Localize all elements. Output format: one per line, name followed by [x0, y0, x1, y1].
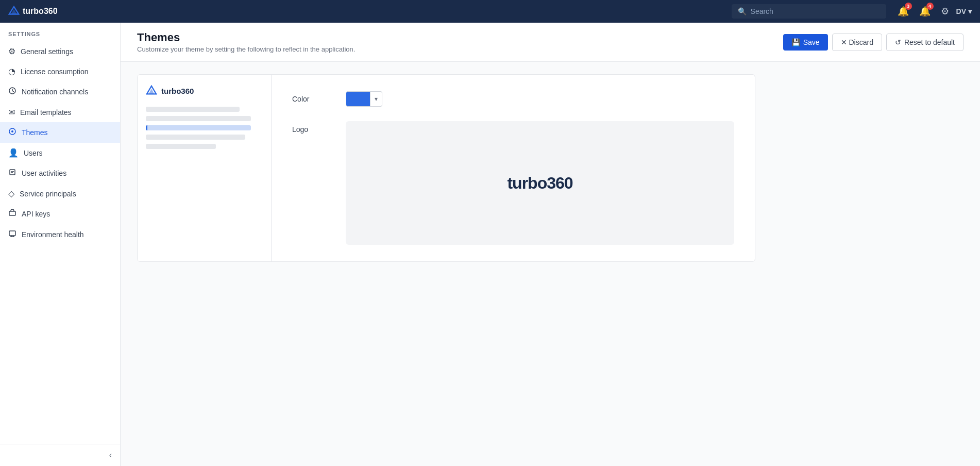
- discard-button[interactable]: ✕ Discard: [832, 34, 882, 51]
- svg-rect-7: [9, 231, 15, 236]
- reset-button[interactable]: ↺ Reset to default: [886, 34, 964, 51]
- sidebar-item-service-principals[interactable]: ◇ Service principals: [0, 184, 120, 204]
- sidebar-item-label: Email templates: [20, 108, 72, 116]
- preview-bar-1: [146, 107, 240, 112]
- themes-icon: [8, 127, 16, 138]
- header-actions: 💾 Save ✕ Discard ↺ Reset to default: [783, 34, 964, 51]
- collapse-icon: ‹: [109, 451, 112, 460]
- svg-point-4: [11, 130, 13, 132]
- sidebar-item-label: General settings: [21, 47, 73, 56]
- general-settings-icon: ⚙: [8, 46, 15, 56]
- settings-button[interactable]: ⚙: [938, 3, 952, 20]
- reset-label: Reset to default: [904, 38, 955, 46]
- sidebar-item-environment-health[interactable]: Environment health: [0, 224, 120, 245]
- themes-content: turbo360 Color: [121, 62, 980, 274]
- notifications-badge: 3: [905, 3, 912, 10]
- sidebar-item-label: Themes: [22, 128, 48, 137]
- color-field-row: Color ▾: [292, 91, 734, 107]
- color-swatch[interactable]: [346, 91, 370, 107]
- notification-channels-icon: [8, 87, 16, 97]
- brand-name: turbo360: [23, 7, 58, 16]
- sidebar-item-label: User activities: [22, 169, 66, 177]
- preview-logo-row: turbo360: [146, 85, 263, 96]
- sidebar-item-user-activities[interactable]: User activities: [0, 163, 120, 184]
- user-activities-icon: [8, 168, 16, 178]
- page-subtitle: Customize your theme by setting the foll…: [137, 45, 355, 53]
- svg-rect-6: [9, 211, 15, 215]
- brand-icon: [8, 6, 20, 17]
- license-icon: ◔: [8, 66, 15, 76]
- svg-rect-5: [10, 170, 15, 175]
- environment-health-icon: [8, 229, 16, 240]
- color-picker[interactable]: ▾: [346, 91, 382, 107]
- logo-upload-area[interactable]: turbo360: [346, 121, 734, 245]
- sidebar-item-label: License consumption: [21, 68, 89, 76]
- preview-bar-4: [146, 144, 216, 149]
- topnav-actions: 🔔 3 🔔 4 ⚙ DV ▾: [894, 3, 972, 20]
- sidebar-item-label: Service principals: [20, 190, 76, 198]
- logo-preview-text: turbo360: [507, 174, 572, 193]
- brand-logo: turbo360: [8, 6, 58, 17]
- main-content: Themes Customize your theme by setting t…: [121, 23, 980, 466]
- save-icon: 💾: [791, 38, 800, 46]
- sidebar-item-notification-channels[interactable]: Notification channels: [0, 81, 120, 102]
- email-templates-icon: ✉: [8, 107, 15, 117]
- sidebar-item-label: Notification channels: [22, 88, 88, 96]
- themes-card: turbo360 Color: [137, 74, 755, 262]
- preview-bars: [146, 107, 263, 149]
- topnav: turbo360 🔍 🔔 3 🔔 4 ⚙ DV ▾: [0, 0, 980, 23]
- sidebar-item-api-keys[interactable]: API keys: [0, 204, 120, 224]
- discard-label: ✕ Discard: [841, 38, 873, 46]
- save-button[interactable]: 💾 Save: [783, 34, 828, 51]
- preview-bar-3: [146, 135, 245, 140]
- service-principals-icon: ◇: [8, 189, 14, 198]
- sidebar-collapse-button[interactable]: ‹: [0, 444, 120, 466]
- users-icon: 👤: [8, 148, 19, 158]
- preview-bar-2: [146, 116, 251, 121]
- layout: SETTINGS ⚙ General settings ◔ License co…: [0, 23, 980, 466]
- sidebar-item-email-templates[interactable]: ✉ Email templates: [0, 102, 120, 122]
- sidebar-item-themes[interactable]: Themes: [0, 122, 120, 143]
- reset-icon: ↺: [895, 38, 901, 46]
- sidebar-item-label: Environment health: [22, 230, 84, 239]
- alerts-button[interactable]: 🔔 4: [916, 3, 934, 20]
- search-box: 🔍: [732, 4, 886, 19]
- theme-preview-panel: turbo360: [138, 75, 272, 261]
- user-initials: DV: [956, 7, 966, 15]
- sidebar-item-general-settings[interactable]: ⚙ General settings: [0, 41, 120, 61]
- user-chevron: ▾: [968, 7, 972, 15]
- logo-field-row: Logo turbo360: [292, 121, 734, 245]
- sidebar-item-license-consumption[interactable]: ◔ License consumption: [0, 61, 120, 81]
- page-header: Themes Customize your theme by setting t…: [121, 23, 980, 62]
- notifications-button[interactable]: 🔔 3: [894, 3, 912, 20]
- sidebar-item-label: Users: [24, 149, 43, 157]
- page-title: Themes: [137, 31, 355, 44]
- sidebar-item-label: API keys: [22, 210, 50, 218]
- preview-bar-active: [146, 125, 251, 130]
- sidebar-item-users[interactable]: 👤 Users: [0, 143, 120, 163]
- color-dropdown-button[interactable]: ▾: [370, 91, 382, 107]
- user-menu-button[interactable]: DV ▾: [956, 7, 972, 15]
- preview-brand-name: turbo360: [161, 87, 194, 95]
- search-input[interactable]: [751, 7, 880, 15]
- preview-logo-icon: [146, 85, 157, 96]
- sidebar: SETTINGS ⚙ General settings ◔ License co…: [0, 23, 121, 466]
- logo-label: Logo: [292, 121, 333, 134]
- page-header-text: Themes Customize your theme by setting t…: [137, 31, 355, 53]
- sidebar-section-label: SETTINGS: [0, 23, 120, 41]
- save-label: Save: [803, 38, 820, 46]
- color-label: Color: [292, 95, 333, 103]
- api-keys-icon: [8, 209, 16, 219]
- theme-settings-panel: Color ▾ Logo turbo360: [272, 75, 755, 261]
- search-icon: 🔍: [738, 7, 747, 15]
- alerts-badge: 4: [926, 3, 934, 10]
